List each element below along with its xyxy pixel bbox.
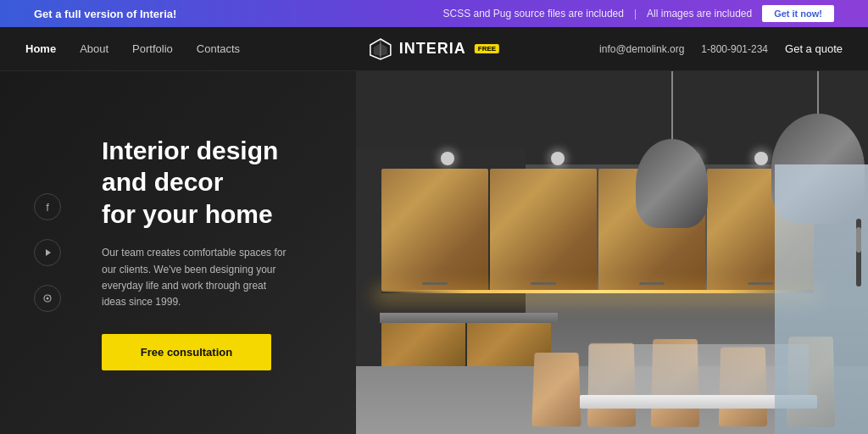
hero-section: f Interior designand decorfor your home … xyxy=(0,71,868,434)
nav-right: info@demolink.org 1-800-901-234 Get a qu… xyxy=(599,42,843,55)
banner-left-text: Get a full version of Interia! xyxy=(34,8,176,20)
logo-icon xyxy=(369,37,392,61)
banner-center: SCSS and Pug source files are included |… xyxy=(443,5,835,22)
chair-5 xyxy=(531,353,581,426)
get-quote-link[interactable]: Get a quote xyxy=(785,42,843,55)
navbar: Home About Portfolio Contacts INTERIAFRE… xyxy=(0,27,868,71)
nav-link-portfolio[interactable]: Portfolio xyxy=(132,42,173,55)
nav-email: info@demolink.org xyxy=(599,43,684,55)
logo-text: INTERIA xyxy=(399,40,466,58)
ceiling-light-2 xyxy=(551,152,565,165)
social-sidebar: f xyxy=(34,193,61,312)
nav-link-home[interactable]: Home xyxy=(25,42,56,55)
site-logo[interactable]: INTERIAFREE xyxy=(369,37,499,61)
nav-phone: 1-800-901-234 xyxy=(701,43,768,55)
cabinet-panel-1 xyxy=(381,169,488,292)
lower-cabinet-row-1 xyxy=(381,321,551,371)
hero-left-panel: f Interior designand decorfor your home … xyxy=(0,71,356,434)
scrollbar[interactable] xyxy=(856,219,861,287)
svg-point-6 xyxy=(49,295,51,297)
get-it-now-button[interactable]: Get it now! xyxy=(762,5,834,22)
lower-panel-1 xyxy=(381,321,465,371)
svg-marker-3 xyxy=(46,249,51,256)
banner-center-text1: SCSS and Pug source files are included xyxy=(443,8,624,19)
consultation-button[interactable]: Free consultation xyxy=(102,334,271,370)
youtube-icon[interactable] xyxy=(34,239,61,266)
pendant-shade-1 xyxy=(636,139,708,228)
right-window xyxy=(775,164,868,434)
nav-link-contacts[interactable]: Contacts xyxy=(197,42,240,55)
pendant-light-1 xyxy=(636,71,708,228)
hero-title: Interior designand decorfor your home xyxy=(102,135,314,231)
scroll-thumb[interactable] xyxy=(856,227,861,253)
ceiling-light-1 xyxy=(441,152,454,165)
hero-image xyxy=(356,71,868,434)
facebook-icon[interactable]: f xyxy=(34,193,61,220)
pendant-cord-2 xyxy=(817,71,819,114)
top-banner: Get a full version of Interia! SCSS and … xyxy=(0,0,868,27)
ceiling-light-4 xyxy=(754,152,768,165)
kitchen-scene xyxy=(356,71,868,434)
svg-point-5 xyxy=(47,298,49,300)
banner-separator: | xyxy=(634,8,637,19)
nav-links: Home About Portfolio Contacts xyxy=(25,42,240,55)
logo-badge: FREE xyxy=(475,44,499,53)
banner-center-text2: All images are included xyxy=(647,8,752,19)
nav-link-about[interactable]: About xyxy=(80,42,108,55)
pendant-cord-1 xyxy=(671,71,673,139)
instagram-icon[interactable] xyxy=(34,285,61,312)
hero-subtitle: Our team creates comfortable spaces for … xyxy=(102,245,288,310)
